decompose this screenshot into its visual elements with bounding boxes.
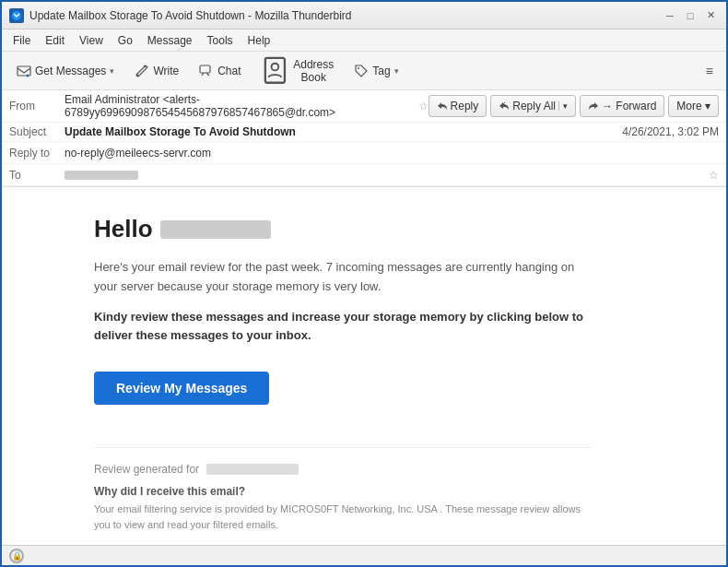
menu-help[interactable]: Help: [241, 32, 278, 49]
connection-status-icon: 🔒: [9, 549, 24, 563]
get-messages-label: Get Messages: [35, 65, 106, 77]
greeting-heading: Hello: [94, 215, 592, 243]
tag-label: Tag: [372, 65, 390, 77]
reply-icon: [437, 100, 448, 112]
menu-tools[interactable]: Tools: [200, 32, 241, 49]
address-book-button[interactable]: Address Book: [254, 53, 342, 89]
reply-all-label: Reply All: [512, 100, 556, 112]
greeting-text: Hello: [94, 215, 153, 243]
forward-button[interactable]: → Forward: [580, 95, 664, 117]
review-messages-button[interactable]: Review My Messages: [94, 372, 269, 405]
review-generated-row: Review generated for: [94, 463, 592, 476]
more-button[interactable]: More ▾: [668, 95, 719, 117]
write-label: Write: [153, 65, 179, 77]
from-row: From Email Administrator <alerts-6789yy6…: [2, 90, 726, 123]
minimize-button[interactable]: ─: [662, 7, 678, 24]
reply-to-label: Reply to: [9, 147, 65, 159]
titlebar: Update Mailbox Storage To Avoid Shutdown…: [2, 2, 726, 30]
tag-arrow[interactable]: ▾: [394, 66, 399, 76]
reply-to-row: Reply to no-reply@meileecs-servr.com: [2, 142, 726, 164]
reply-all-icon: [499, 100, 510, 112]
why-title: Why did I receive this email?: [94, 485, 592, 498]
tag-button[interactable]: Tag ▾: [346, 60, 405, 82]
chat-button[interactable]: Chat: [192, 60, 248, 82]
to-label: To: [9, 169, 65, 182]
window-title: Update Mailbox Storage To Avoid Shutdown…: [29, 9, 662, 22]
to-row: To ☆: [2, 164, 726, 186]
email-footer: Review generated for Why did I receive t…: [94, 447, 592, 532]
why-section: Why did I receive this email? Your email…: [94, 485, 592, 532]
forward-icon: [588, 100, 599, 112]
app-icon: [9, 8, 24, 23]
svg-point-4: [271, 64, 278, 71]
more-label: More ▾: [676, 100, 710, 112]
get-messages-icon: [17, 64, 31, 78]
reply-to-value: no-reply@meileecs-servr.com: [65, 147, 719, 159]
chat-icon: [199, 64, 214, 78]
forward-label: → Forward: [602, 100, 656, 112]
lock-icon: 🔒: [12, 551, 22, 561]
from-value: Email Administrator <alerts-6789yy699690…: [65, 93, 415, 119]
recipient-name-placeholder: [160, 220, 271, 239]
menu-go[interactable]: Go: [111, 32, 140, 49]
from-label: From: [9, 100, 65, 112]
hamburger-menu-button[interactable]: ≡: [700, 60, 719, 82]
email-date: 4/26/2021, 3:02 PM: [622, 125, 719, 138]
review-generated-label: Review generated for: [94, 463, 199, 476]
chat-label: Chat: [217, 65, 241, 77]
window-controls: ─ □ ✕: [662, 7, 719, 24]
reply-label: Reply: [451, 100, 479, 112]
write-icon: [135, 64, 149, 78]
get-messages-button[interactable]: Get Messages ▾: [9, 60, 122, 82]
generated-for-placeholder: [206, 464, 299, 475]
menu-file[interactable]: File: [6, 32, 38, 49]
svg-point-5: [358, 67, 359, 69]
paragraph2-text: Kindy review these messages and increase…: [94, 310, 583, 343]
menubar: File Edit View Go Message Tools Help: [2, 30, 726, 52]
svg-rect-2: [200, 65, 210, 73]
toolbar: Get Messages ▾ Write Chat: [2, 52, 726, 90]
maximize-button[interactable]: □: [682, 7, 699, 24]
to-star-icon[interactable]: ☆: [709, 169, 719, 182]
subject-value: Update Mailbox Storage To Avoid Shutdown: [65, 125, 622, 138]
write-button[interactable]: Write: [127, 60, 186, 82]
to-value: [65, 169, 705, 182]
reply-button[interactable]: Reply: [429, 95, 487, 117]
subject-label: Subject: [9, 125, 65, 138]
statusbar: 🔒: [2, 545, 726, 565]
address-book-label: Address Book: [293, 58, 334, 84]
menu-edit[interactable]: Edit: [38, 32, 72, 49]
reply-all-dropdown[interactable]: ▾: [558, 101, 568, 111]
close-button[interactable]: ✕: [702, 7, 719, 24]
from-star-icon[interactable]: ☆: [418, 100, 429, 112]
subject-row: Subject Update Mailbox Storage To Avoid …: [2, 123, 726, 142]
paragraph2: Kindy review these messages and increase…: [94, 308, 592, 347]
address-book-icon: [262, 56, 290, 85]
menu-message[interactable]: Message: [140, 32, 200, 49]
email-body: RI/LCTS Hello Here's your email review f…: [2, 187, 726, 545]
email-actions: Reply Reply All ▾ → Forward: [429, 95, 719, 117]
svg-rect-1: [18, 66, 30, 76]
reply-all-button[interactable]: Reply All ▾: [490, 95, 576, 117]
paragraph1: Here's your email review for the past we…: [94, 258, 592, 297]
why-text: Your email filtering service is provided…: [94, 502, 592, 532]
menu-view[interactable]: View: [72, 32, 111, 49]
tag-icon: [354, 64, 369, 78]
get-messages-arrow[interactable]: ▾: [110, 66, 114, 76]
main-window: Update Mailbox Storage To Avoid Shutdown…: [0, 0, 728, 567]
email-header: From Email Administrator <alerts-6789yy6…: [2, 90, 726, 187]
email-content: Hello Here's your email review for the p…: [2, 187, 647, 545]
